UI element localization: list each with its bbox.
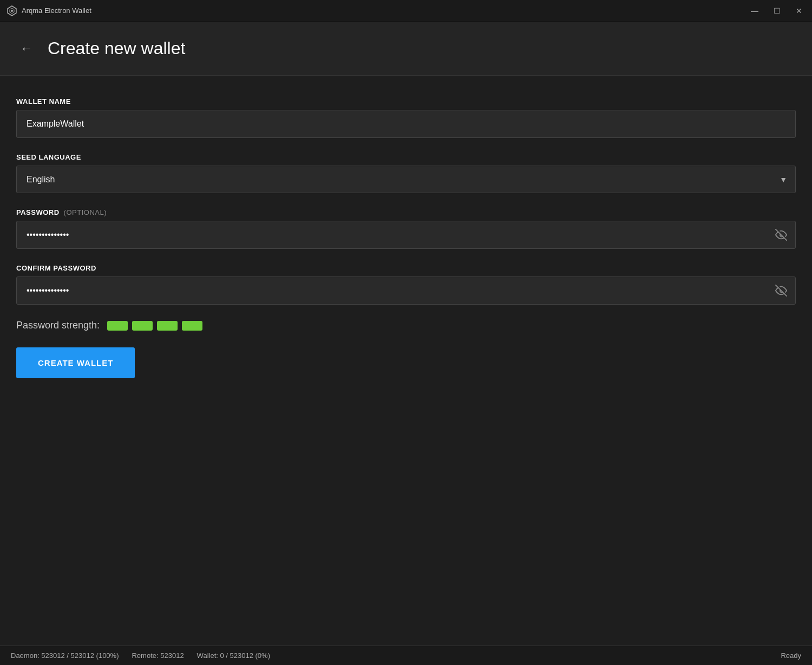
strength-bar-2 [132, 321, 153, 331]
create-wallet-button[interactable]: CREATE WALLET [16, 347, 135, 378]
password-strength-label: Password strength: [16, 320, 100, 331]
password-group: PASSWORD (OPTIONAL) [16, 208, 796, 249]
confirm-password-toggle-visibility-button[interactable] [775, 285, 787, 297]
app-icon [6, 5, 17, 16]
status-bar: Daemon: 523012 / 523012 (100%) Remote: 5… [0, 646, 812, 665]
confirm-password-label: CONFIRM PASSWORD [16, 264, 796, 272]
password-input[interactable] [16, 221, 796, 249]
confirm-eye-off-icon [775, 285, 787, 297]
seed-language-group: SEED LANGUAGE English Spanish French Ger… [16, 153, 796, 193]
page-header: ← Create new wallet [0, 22, 812, 76]
password-strength-section: Password strength: [16, 320, 796, 331]
close-button[interactable]: ✕ [793, 6, 806, 16]
title-bar: Arqma Electron Wallet — ☐ ✕ [0, 0, 812, 22]
seed-language-select-wrapper: English Spanish French German Italian Po… [16, 166, 796, 193]
wallet-name-label: WALLET NAME [16, 97, 796, 106]
strength-bar-4 [182, 321, 202, 331]
seed-language-label: SEED LANGUAGE [16, 153, 796, 161]
svg-point-2 [11, 10, 13, 12]
eye-off-icon [775, 229, 787, 241]
confirm-password-input-wrapper [16, 276, 796, 305]
title-bar-controls: — ☐ ✕ [748, 6, 806, 16]
daemon-status: Daemon: 523012 / 523012 (100%) [11, 651, 119, 660]
password-toggle-visibility-button[interactable] [775, 229, 787, 241]
confirm-password-group: CONFIRM PASSWORD [16, 264, 796, 305]
remote-status: Remote: 523012 [132, 651, 184, 660]
wallet-status: Wallet: 0 / 523012 (0%) [197, 651, 270, 660]
password-label: PASSWORD (OPTIONAL) [16, 208, 796, 216]
wallet-name-group: WALLET NAME [16, 97, 796, 138]
title-bar-left: Arqma Electron Wallet [6, 5, 91, 16]
minimize-button[interactable]: — [748, 6, 762, 16]
back-button[interactable]: ← [16, 39, 37, 58]
ready-status: Ready [781, 651, 801, 660]
strength-bar-3 [157, 321, 178, 331]
main-content: WALLET NAME SEED LANGUAGE English Spanis… [0, 76, 812, 646]
password-optional-label: (OPTIONAL) [64, 208, 107, 216]
seed-language-select[interactable]: English Spanish French German Italian Po… [16, 166, 796, 193]
password-input-wrapper [16, 221, 796, 249]
confirm-password-input[interactable] [16, 276, 796, 305]
strength-bar-1 [107, 321, 128, 331]
status-bar-left: Daemon: 523012 / 523012 (100%) Remote: 5… [11, 651, 270, 660]
app-title: Arqma Electron Wallet [22, 6, 91, 15]
maximize-button[interactable]: ☐ [770, 6, 784, 16]
page-title: Create new wallet [48, 38, 185, 58]
wallet-name-input[interactable] [16, 110, 796, 138]
strength-bars [107, 321, 202, 331]
